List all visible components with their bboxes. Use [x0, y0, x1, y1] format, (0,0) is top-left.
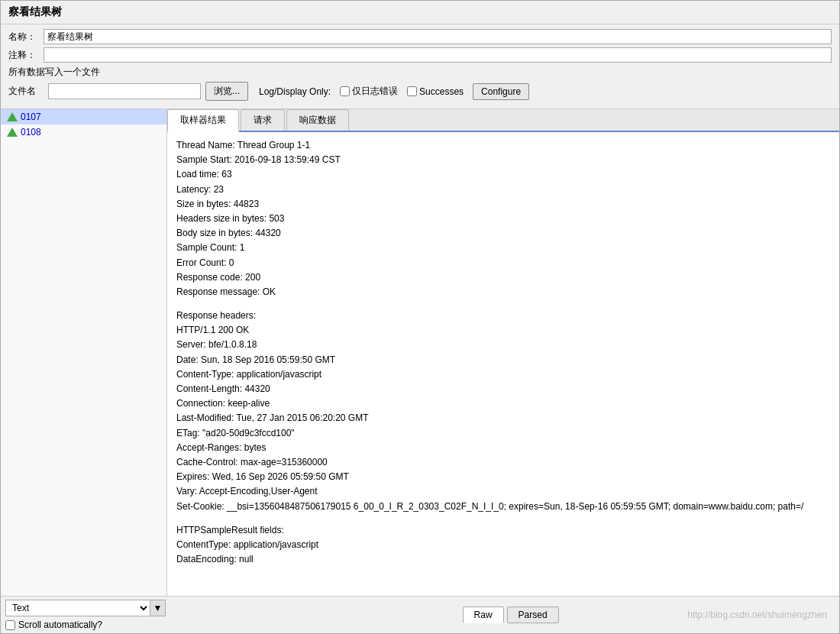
successes-label: Successes — [419, 86, 464, 97]
rh-4: Content-Length: 44320 — [176, 382, 830, 396]
watermark: http://blog.csdn.net/shuimengzhen — [687, 610, 835, 620]
triangle-icon-0107 — [7, 112, 18, 121]
text-dropdown: Text ▼ — [5, 600, 166, 616]
rh-3: Content-Type: application/javascript — [176, 367, 830, 382]
rh-9: Cache-Control: max-age=315360000 — [176, 455, 830, 470]
tree-label-0107: 0107 — [21, 112, 41, 122]
rh-11: Vary: Accept-Encoding,User-Agent — [176, 484, 830, 499]
tree-item-0108[interactable]: 0108 — [1, 125, 166, 140]
browse-button[interactable]: 浏览... — [205, 82, 248, 101]
log-error-label: 仅日志错误 — [352, 85, 398, 98]
http-fields-label: HTTPSampleResult fields: — [176, 523, 830, 538]
tab-sampler-results[interactable]: 取样器结果 — [167, 109, 239, 132]
rh-2: Date: Sun, 18 Sep 2016 05:59:50 GMT — [176, 353, 830, 367]
configure-button[interactable]: Configure — [473, 83, 529, 100]
error-count-line: Error Count: 0 — [176, 256, 830, 270]
note-input[interactable] — [44, 47, 832, 63]
successes-checkbox[interactable] — [407, 86, 417, 96]
response-code-line: Response code: 200 — [176, 270, 830, 285]
log-error-checkbox[interactable] — [340, 86, 350, 96]
scroll-label: Scroll automatically? — [18, 619, 102, 630]
bottom-bar: Text ▼ Scroll automatically? Raw Parsed … — [1, 596, 839, 633]
triangle-icon-0108 — [7, 128, 18, 137]
rh-8: Accept-Ranges: bytes — [176, 441, 830, 455]
form-area: 名称： 注释： 所有数据写入一个文件 文件名 浏览... Log/Display… — [1, 24, 839, 109]
dropdown-arrow-icon[interactable]: ▼ — [150, 600, 166, 616]
tree-item-0107[interactable]: 0107 — [1, 109, 166, 125]
headers-size-line: Headers size in bytes: 503 — [176, 212, 830, 226]
rh-6: Last-Modified: Tue, 27 Jan 2015 06:20:20… — [176, 411, 830, 425]
thread-name-line: Thread Name: Thread Group 1-1 — [176, 138, 830, 153]
scroll-checkbox[interactable] — [5, 620, 15, 630]
body-size-line: Body size in bytes: 44320 — [176, 226, 830, 241]
rh-5: Connection: keep-alive — [176, 396, 830, 411]
raw-tab[interactable]: Raw — [463, 607, 504, 623]
hf-0: ContentType: application/javascript — [176, 538, 830, 552]
main-area: 0107 0108 取样器结果 请求 响应数据 Thread Name: Thr… — [1, 109, 839, 596]
all-data-label: 所有数据写入一个文件 — [8, 66, 832, 79]
rh-1: Server: bfe/1.0.8.18 — [176, 338, 830, 352]
left-panel: 0107 0108 — [1, 109, 167, 596]
hf-1: DataEncoding: null — [176, 552, 830, 567]
file-input[interactable] — [48, 83, 201, 99]
content-area: Thread Name: Thread Group 1-1 Sample Sta… — [167, 132, 839, 596]
name-input[interactable] — [44, 29, 832, 44]
log-display-label: Log/Display Only: — [259, 86, 331, 97]
bottom-tabs-area: Raw Parsed — [463, 607, 559, 623]
tab-response-data[interactable]: 响应数据 — [286, 109, 349, 131]
sample-start-line: Sample Start: 2016-09-18 13:59:49 CST — [176, 153, 830, 167]
rh-12: Set-Cookie: __bsi=1356048487506179015 6_… — [176, 500, 830, 514]
note-label: 注释： — [8, 49, 39, 62]
scroll-check: Scroll automatically? — [5, 619, 166, 630]
response-message-line: Response message: OK — [176, 285, 830, 299]
tab-request[interactable]: 请求 — [241, 109, 285, 131]
main-window: 察看结果树 名称： 注释： 所有数据写入一个文件 文件名 浏览... Log/D… — [0, 0, 840, 634]
size-bytes-line: Size in bytes: 44823 — [176, 197, 830, 212]
rh-0: HTTP/1.1 200 OK — [176, 323, 830, 338]
right-panel: 取样器结果 请求 响应数据 Thread Name: Thread Group … — [167, 109, 839, 596]
response-headers-label: Response headers: — [176, 309, 830, 323]
file-label: 文件名 — [8, 85, 39, 98]
rh-7: ETag: "ad20-50d9c3fccd100" — [176, 426, 830, 441]
sample-count-line: Sample Count: 1 — [176, 241, 830, 255]
rh-10: Expires: Wed, 16 Sep 2026 05:59:50 GMT — [176, 470, 830, 484]
window-title: 察看结果树 — [1, 1, 839, 24]
tree-label-0108: 0108 — [21, 127, 41, 137]
bottom-left: Text ▼ Scroll automatically? — [5, 600, 166, 630]
load-time-line: Load time: 63 — [176, 167, 830, 182]
name-label: 名称： — [8, 31, 39, 44]
text-select[interactable]: Text — [5, 600, 150, 616]
parsed-tab[interactable]: Parsed — [507, 607, 559, 623]
latency-line: Latency: 23 — [176, 183, 830, 197]
tab-bar: 取样器结果 请求 响应数据 — [167, 109, 839, 132]
